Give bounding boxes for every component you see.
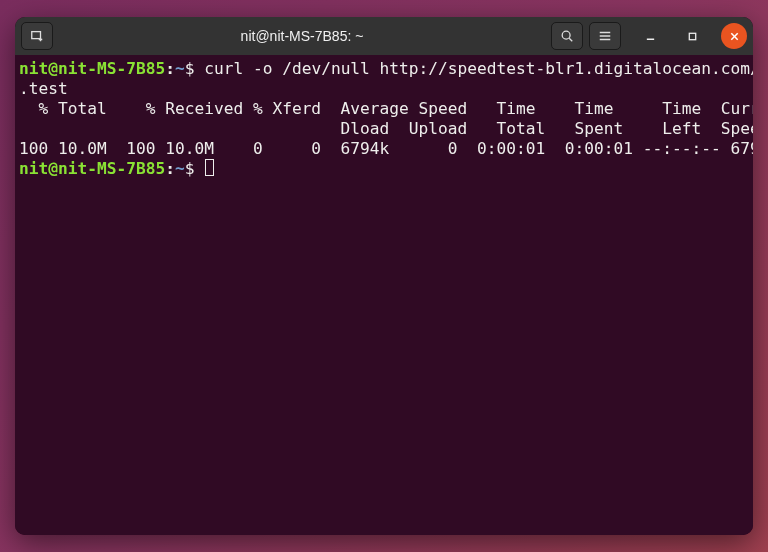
svg-rect-9	[689, 33, 695, 39]
cursor	[205, 159, 214, 176]
close-icon	[729, 31, 740, 42]
prompt-path: ~	[175, 59, 185, 78]
svg-line-4	[569, 38, 572, 41]
close-button[interactable]	[721, 23, 747, 49]
maximize-button[interactable]	[679, 23, 705, 49]
minimize-icon	[645, 31, 656, 42]
terminal-area[interactable]: nit@nit-MS-7B85:~$ curl -o /dev/null htt…	[15, 55, 753, 535]
new-tab-button[interactable]	[21, 22, 53, 50]
prompt-user: nit@nit-MS-7B85	[19, 59, 165, 78]
minimize-button[interactable]	[637, 23, 663, 49]
prompt-dollar: $	[185, 59, 205, 78]
titlebar[interactable]: nit@nit-MS-7B85: ~	[15, 17, 753, 55]
window-title: nit@nit-MS-7B85: ~	[53, 28, 551, 44]
prompt-dollar: $	[185, 159, 205, 178]
new-tab-icon	[30, 29, 44, 43]
prompt-user: nit@nit-MS-7B85	[19, 159, 165, 178]
search-icon	[560, 29, 574, 43]
hamburger-icon	[598, 29, 612, 43]
svg-point-3	[562, 31, 570, 39]
svg-rect-0	[32, 32, 41, 39]
search-button[interactable]	[551, 22, 583, 50]
terminal-window: nit@nit-MS-7B85: ~ nit@nit-MS-7B85:~$ cu…	[15, 17, 753, 535]
output-row: 100 10.0M 100 10.0M 0 0 6794k 0 0:00:01 …	[19, 139, 753, 158]
prompt-colon: :	[165, 159, 175, 178]
command-text: curl -o /dev/null http://speedtest-blr1.…	[204, 59, 753, 78]
command-text-wrap: .test	[19, 79, 68, 98]
menu-button[interactable]	[589, 22, 621, 50]
output-header-2: Dload Upload Total Spent Left Speed	[19, 119, 753, 138]
prompt-path: ~	[175, 159, 185, 178]
output-header-1: % Total % Received % Xferd Average Speed…	[19, 99, 753, 118]
prompt-colon: :	[165, 59, 175, 78]
maximize-icon	[687, 31, 698, 42]
